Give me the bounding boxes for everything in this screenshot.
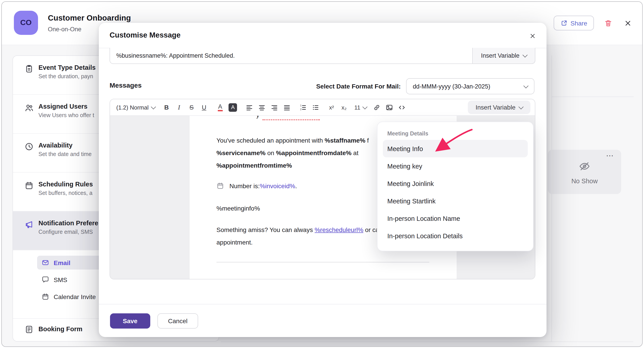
staffname-token: %staffname%	[325, 137, 366, 144]
sidebar-item-title: Scheduling Rules	[38, 181, 93, 188]
clock-icon	[24, 142, 34, 151]
chevron-down-icon	[524, 83, 528, 88]
users-icon	[24, 103, 34, 112]
subscript-button[interactable]: x₂	[338, 101, 350, 113]
strikethrough-button[interactable]: S	[186, 101, 198, 113]
sidebar-item-title: Notification Prefere	[38, 220, 98, 227]
paragraph-style-value: (1.2) Normal	[116, 104, 149, 111]
trash-icon	[604, 19, 612, 27]
date-format-value: dd-MMM-yyyy (30-Jan-2025)	[413, 83, 490, 90]
align-left-button[interactable]	[244, 101, 255, 113]
align-center-button[interactable]	[256, 101, 268, 113]
paragraph-style-select[interactable]: (1.2) Normal	[114, 101, 157, 113]
save-button[interactable]: Save	[110, 313, 150, 329]
window-close-button[interactable]	[622, 18, 633, 29]
subject-row: Insert Variable	[110, 48, 535, 64]
insert-image-button[interactable]	[384, 101, 395, 113]
text-run: or ca	[363, 226, 379, 233]
editor-insert-variable-button[interactable]: Insert Variable	[468, 101, 530, 114]
screen: CO Customer Onboarding One-on-One Share …	[0, 0, 644, 348]
text-run: Something amiss? You can always	[216, 226, 314, 233]
align-right-icon	[270, 103, 278, 111]
link-icon	[373, 103, 381, 111]
modal-header: Customise Message	[99, 23, 546, 48]
cancel-button[interactable]: Cancel	[158, 313, 198, 329]
more-options-button[interactable]: ⋯	[603, 151, 617, 161]
rescheduleurl-link[interactable]: %rescheduleurl%	[314, 226, 363, 233]
modal-footer: Save Cancel	[99, 304, 546, 338]
megaphone-icon	[24, 220, 34, 229]
align-right-button[interactable]	[268, 101, 280, 113]
menu-item-inperson-location-name[interactable]: In-person Location Name	[383, 210, 528, 227]
amiss-line: Something amiss? You can always %resched…	[216, 225, 379, 235]
sidebar-item-subtitle: Set the date and time	[38, 151, 92, 157]
text-run: f	[366, 137, 369, 144]
align-justify-icon	[283, 103, 291, 111]
highlight-color-button[interactable]: A	[227, 101, 239, 113]
italic-glyph: I	[178, 103, 180, 111]
canvas-divider-horizontal	[552, 96, 634, 97]
bullet-list-button[interactable]	[310, 101, 321, 113]
canvas-divider-bottom	[221, 342, 633, 342]
meetinginfo-line: %meetinginfo%	[216, 203, 260, 213]
highlight-color-glyph: A	[229, 103, 237, 111]
calendar-icon	[42, 293, 49, 300]
menu-item-inperson-location-details[interactable]: In-person Location Details	[383, 227, 528, 245]
text-run: Number is:	[230, 182, 260, 190]
customise-message-modal: Customise Message Insert Variable Messag…	[99, 23, 546, 337]
strikethrough-glyph: S	[190, 104, 194, 111]
meetinginfo-token: %meetinginfo%	[216, 205, 260, 212]
menu-item-meeting-info[interactable]: Meeting Info	[383, 140, 528, 157]
share-button[interactable]: Share	[554, 16, 594, 30]
sidebar-item-title: Booking Form	[38, 326, 82, 333]
insert-variable-label: Insert Variable	[481, 52, 520, 59]
bold-button[interactable]: B	[161, 101, 172, 113]
sidebar-item-title: Availability	[38, 142, 92, 149]
text-run: on	[266, 149, 276, 156]
delete-button[interactable]	[603, 18, 614, 29]
menu-item-meeting-key[interactable]: Meeting key	[383, 157, 528, 175]
calendar-icon	[24, 181, 34, 190]
insert-link-button[interactable]	[371, 101, 383, 113]
spellcheck-underline	[262, 119, 320, 120]
menu-item-meeting-startlink[interactable]: Meeting Startlink	[383, 192, 528, 210]
superscript-button[interactable]: x²	[326, 101, 338, 113]
sidebar-item-title: Assigned Users	[38, 103, 94, 110]
chevron-down-icon	[362, 104, 368, 109]
menu-item-meeting-joinlink[interactable]: Meeting Joinlink	[383, 175, 528, 192]
fromdate-token: %appointmentfromdate%	[276, 149, 352, 156]
channel-label: SMS	[54, 276, 67, 283]
svg-text:1: 1	[300, 104, 302, 107]
chevron-down-icon	[151, 104, 156, 109]
underline-button[interactable]: U	[198, 101, 210, 113]
page-subtitle: One-on-One	[48, 26, 82, 33]
editor-paragraph-line-1: You've scheduled an appointment with %st…	[216, 135, 369, 145]
text-run: You've scheduled an appointment with	[216, 137, 325, 144]
text-color-button[interactable]: A	[214, 101, 226, 113]
text-run: appointment.	[216, 239, 253, 246]
date-format-label: Select Date Format For Mail:	[316, 83, 401, 90]
insert-variable-label: Insert Variable	[476, 104, 516, 111]
align-justify-button[interactable]	[281, 101, 293, 113]
sidebar-item-subtitle: View Users who offer t	[38, 112, 94, 118]
ordered-list-button[interactable]: 12	[297, 101, 309, 113]
subject-input[interactable]	[110, 48, 535, 64]
source-code-button[interactable]	[396, 101, 408, 113]
align-center-icon	[258, 103, 266, 111]
superscript-glyph: x²	[329, 104, 334, 111]
page-title: Customer Onboarding	[48, 13, 131, 23]
fromtime-token: %appointmentfromtime%	[216, 162, 292, 169]
editor-paragraph-line-2: %servicename% on %appointmentfromdate% a…	[216, 148, 358, 158]
subject-insert-variable-button[interactable]: Insert Variable	[472, 48, 535, 64]
share-icon	[560, 19, 567, 26]
font-size-select[interactable]: 11	[353, 101, 368, 113]
sidebar-item-subtitle: Set buffers, notices, a	[38, 190, 93, 196]
text-run: .	[295, 182, 297, 190]
invoice-line: Number is:%invoiceid%.	[216, 181, 297, 191]
modal-close-button[interactable]	[527, 30, 538, 41]
bullet-list-icon	[312, 103, 319, 111]
italic-button[interactable]: I	[173, 101, 185, 113]
date-format-select[interactable]: dd-MMM-yyyy (30-Jan-2025)	[406, 78, 534, 94]
invoiceid-link[interactable]: %invoiceid%	[260, 182, 295, 190]
eye-off-icon	[579, 160, 590, 174]
